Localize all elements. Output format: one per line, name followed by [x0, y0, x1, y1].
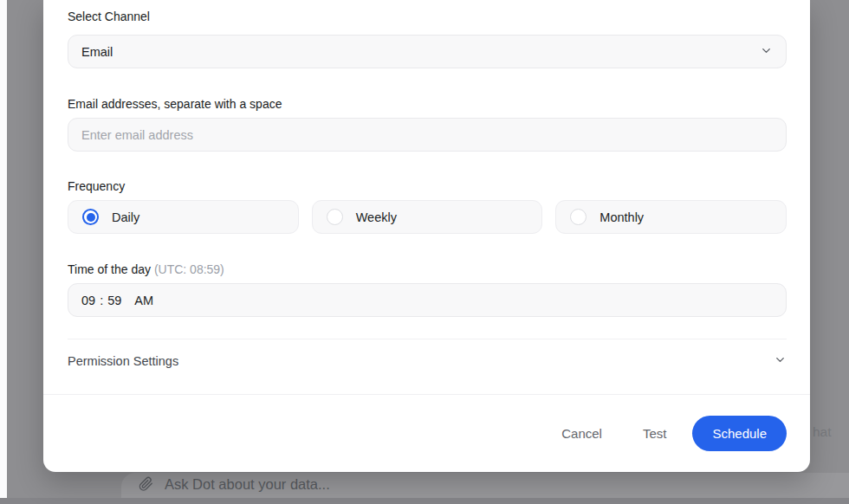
- schedule-button[interactable]: Schedule: [692, 416, 787, 451]
- schedule-modal: Select Channel Email Email addresses, se…: [43, 0, 810, 472]
- page-left-edge: [0, 0, 7, 504]
- permission-settings-label: Permission Settings: [68, 354, 178, 368]
- radio-checked-icon: [82, 209, 99, 225]
- radio-unchecked-icon: [570, 209, 587, 225]
- time-label: Time of the day (UTC: 08:59): [68, 261, 787, 278]
- time-input[interactable]: 09 : 59 AM: [68, 283, 787, 317]
- modal-footer: Cancel Test Schedule: [68, 395, 787, 472]
- permission-settings-toggle[interactable]: Permission Settings: [68, 339, 787, 383]
- chevron-down-icon: [774, 353, 787, 370]
- screen: hat Ask Dot about your data... Select Ch…: [0, 0, 849, 504]
- frequency-options: Daily Weekly Monthly: [68, 200, 787, 234]
- channel-select[interactable]: Email: [68, 35, 787, 68]
- frequency-option-weekly[interactable]: Weekly: [312, 200, 543, 234]
- channel-label: Select Channel: [68, 0, 787, 25]
- test-button[interactable]: Test: [643, 426, 667, 441]
- time-separator: :: [100, 294, 103, 307]
- time-minute: 59: [107, 294, 121, 307]
- frequency-option-label: Monthly: [599, 210, 644, 224]
- frequency-option-label: Weekly: [356, 210, 397, 224]
- paperclip-icon: [139, 476, 153, 492]
- time-utc-note: (UTC: 08:59): [154, 262, 224, 276]
- background-chat-placeholder: Ask Dot about your data...: [139, 473, 330, 495]
- chevron-down-icon: [760, 44, 773, 60]
- frequency-option-daily[interactable]: Daily: [68, 200, 299, 234]
- time-label-text: Time of the day: [68, 262, 151, 276]
- radio-unchecked-icon: [327, 209, 343, 225]
- background-bottom-strip: [0, 498, 849, 504]
- time-hour: 09: [81, 294, 95, 307]
- email-label: Email addresses, separate with a space: [68, 95, 787, 113]
- channel-selected-value: Email: [81, 45, 113, 59]
- frequency-label: Frequency: [68, 178, 787, 195]
- email-field-wrapper: [68, 118, 787, 152]
- background-text-fragment: hat: [813, 424, 832, 440]
- background-chat-placeholder-text: Ask Dot about your data...: [165, 476, 330, 493]
- time-meridiem: AM: [134, 294, 153, 307]
- email-input[interactable]: [81, 128, 773, 142]
- frequency-option-label: Daily: [112, 210, 139, 224]
- cancel-button[interactable]: Cancel: [561, 426, 602, 441]
- frequency-option-monthly[interactable]: Monthly: [555, 200, 787, 234]
